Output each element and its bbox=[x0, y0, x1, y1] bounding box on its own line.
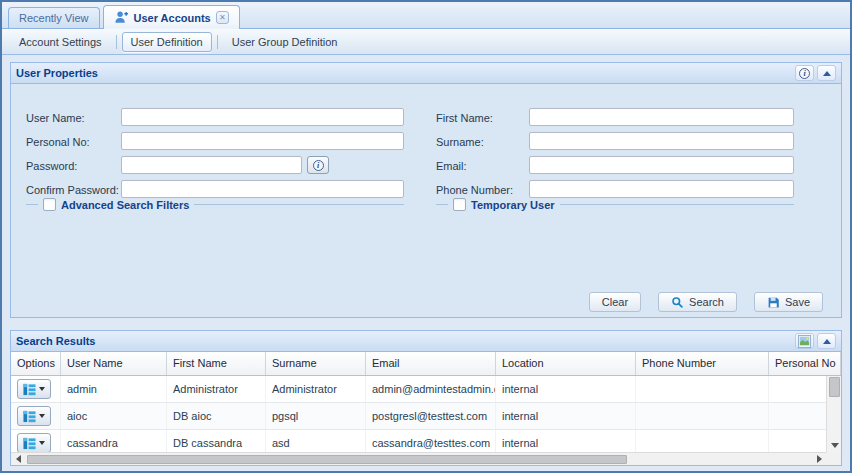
column-header-personal-no[interactable]: Personal No bbox=[769, 352, 841, 375]
cell-surname: Administrator bbox=[266, 376, 366, 402]
column-header-user-name[interactable]: User Name bbox=[61, 352, 167, 375]
chevron-down-icon bbox=[39, 387, 45, 391]
column-header-location[interactable]: Location bbox=[496, 352, 636, 375]
password-input[interactable] bbox=[121, 156, 302, 174]
cell-location: internal bbox=[496, 403, 636, 429]
tab-label: Recently View bbox=[19, 12, 89, 24]
fieldset-line bbox=[194, 204, 404, 205]
table-row[interactable]: admin Administrator Administrator admin@… bbox=[11, 376, 841, 403]
cell-email: cassandra@testtes.com bbox=[366, 430, 496, 452]
collapse-panel-button[interactable] bbox=[817, 333, 836, 349]
password-label: Password: bbox=[26, 160, 77, 172]
advanced-search-filters-checkbox[interactable] bbox=[43, 198, 56, 211]
form-actions: Clear Search bbox=[589, 292, 823, 312]
cell-first-name: DB cassandra bbox=[167, 430, 266, 452]
advanced-search-filters-label: Advanced Search Filters bbox=[61, 199, 189, 211]
collapse-panel-button[interactable] bbox=[817, 65, 836, 81]
cell-location: internal bbox=[496, 376, 636, 402]
surname-label: Surname: bbox=[436, 136, 484, 148]
table-row[interactable]: cassandra DB cassandra asd cassandra@tes… bbox=[11, 430, 841, 452]
arrow-left-icon bbox=[16, 455, 21, 463]
user-properties-panel: User Properties i User Name: Personal No… bbox=[10, 62, 842, 318]
user-add-icon bbox=[114, 10, 129, 25]
personal-no-label: Personal No: bbox=[26, 136, 90, 148]
fieldset-line bbox=[560, 204, 794, 205]
cell-surname: pgsql bbox=[266, 403, 366, 429]
info-icon[interactable]: i bbox=[795, 65, 814, 81]
close-icon[interactable]: ✕ bbox=[216, 11, 229, 24]
scrollbar-thumb[interactable] bbox=[27, 455, 627, 464]
personal-no-input[interactable] bbox=[121, 132, 404, 150]
search-button[interactable]: Search bbox=[658, 292, 737, 312]
list-icon bbox=[23, 437, 36, 450]
scrollbar-thumb[interactable] bbox=[829, 377, 840, 397]
user-properties-form: User Name: Personal No: Password: Confir… bbox=[11, 84, 841, 318]
panel-title: Search Results bbox=[16, 335, 792, 347]
save-button[interactable]: Save bbox=[754, 292, 823, 312]
row-options-button[interactable] bbox=[17, 406, 51, 426]
tab-user-accounts[interactable]: User Accounts ✕ bbox=[103, 5, 240, 29]
toolbar-item-user-group-definition[interactable]: User Group Definition bbox=[223, 32, 347, 52]
column-header-options[interactable]: Options bbox=[11, 352, 61, 375]
export-icon[interactable] bbox=[795, 333, 814, 349]
first-name-input[interactable] bbox=[529, 108, 794, 126]
search-label: Search bbox=[689, 296, 724, 308]
user-name-input[interactable] bbox=[121, 108, 404, 126]
tab-strip: Recently View User Accounts ✕ bbox=[2, 2, 850, 29]
cell-first-name: DB aioc bbox=[167, 403, 266, 429]
application-window: Recently View User Accounts ✕ Account Se… bbox=[0, 0, 852, 473]
column-header-first-name[interactable]: First Name bbox=[167, 352, 266, 375]
scroll-right-button[interactable] bbox=[812, 453, 826, 465]
cell-email: postgresl@testtest.com bbox=[366, 403, 496, 429]
search-results-header: Search Results bbox=[11, 331, 841, 352]
section-toolbar: Account Settings User Definition User Gr… bbox=[2, 29, 850, 55]
chevron-down-icon bbox=[39, 441, 45, 445]
arrow-right-icon bbox=[817, 455, 822, 463]
toolbar-item-user-definition[interactable]: User Definition bbox=[122, 32, 212, 52]
phone-number-label: Phone Number: bbox=[436, 184, 513, 196]
horizontal-scrollbar[interactable] bbox=[11, 452, 826, 465]
scroll-down-button[interactable] bbox=[827, 439, 841, 452]
vertical-scrollbar[interactable] bbox=[826, 376, 841, 452]
toolbar-item-account-settings[interactable]: Account Settings bbox=[10, 32, 111, 52]
advanced-search-filters-fieldset: Advanced Search Filters bbox=[26, 198, 404, 211]
results-grid: Options User Name First Name Surname Ema… bbox=[11, 352, 841, 465]
chevron-down-icon bbox=[39, 414, 45, 418]
surname-input[interactable] bbox=[529, 132, 794, 150]
cell-user-name: cassandra bbox=[61, 430, 167, 452]
fieldset-line bbox=[436, 204, 448, 205]
list-icon bbox=[23, 410, 36, 423]
info-glyph: i bbox=[799, 68, 810, 79]
info-glyph: i bbox=[313, 160, 324, 171]
column-header-phone-number[interactable]: Phone Number bbox=[636, 352, 769, 375]
column-header-email[interactable]: Email bbox=[366, 352, 496, 375]
row-options-button[interactable] bbox=[17, 433, 51, 452]
confirm-password-input[interactable] bbox=[121, 180, 404, 198]
column-header-surname[interactable]: Surname bbox=[266, 352, 366, 375]
confirm-password-label: Confirm Password: bbox=[26, 184, 119, 196]
cell-first-name: Administrator bbox=[167, 376, 266, 402]
toolbar-separator bbox=[217, 35, 218, 49]
clear-button[interactable]: Clear bbox=[589, 292, 641, 312]
list-icon bbox=[23, 383, 36, 396]
tab-recently-view[interactable]: Recently View bbox=[8, 7, 100, 28]
clear-label: Clear bbox=[602, 296, 628, 308]
row-options-button[interactable] bbox=[17, 379, 51, 399]
chevron-up-icon bbox=[823, 71, 831, 76]
fieldset-line bbox=[26, 204, 38, 205]
scroll-left-button[interactable] bbox=[11, 453, 25, 465]
phone-number-input[interactable] bbox=[529, 180, 794, 198]
save-label: Save bbox=[785, 296, 810, 308]
table-row[interactable]: aioc DB aioc pgsql postgresl@testtest.co… bbox=[11, 403, 841, 430]
search-results-panel: Search Results Options User Name First N… bbox=[10, 330, 842, 466]
arrow-down-icon bbox=[831, 443, 839, 448]
tab-label: User Accounts bbox=[134, 12, 211, 24]
temporary-user-label: Temporary User bbox=[471, 199, 555, 211]
first-name-label: First Name: bbox=[436, 112, 493, 124]
chevron-up-icon bbox=[823, 339, 831, 344]
panel-title: User Properties bbox=[16, 67, 792, 79]
email-input[interactable] bbox=[529, 156, 794, 174]
email-label: Email: bbox=[436, 160, 467, 172]
temporary-user-checkbox[interactable] bbox=[453, 198, 466, 211]
password-info-button[interactable]: i bbox=[307, 156, 329, 174]
